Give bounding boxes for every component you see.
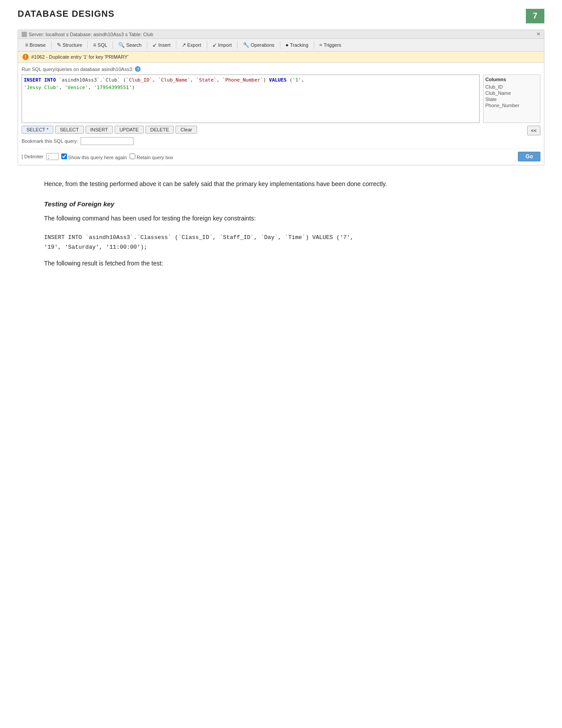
export-button[interactable]: ↗ Export [178, 41, 205, 49]
column-club-id[interactable]: Club_ID [485, 84, 538, 90]
browse-button[interactable]: ≡ Browse [22, 41, 49, 49]
separator [237, 41, 238, 49]
delete-button[interactable]: DELETE [145, 126, 174, 134]
columns-list-panel: Columns Club_ID Club_Name State Phone_Nu… [483, 75, 540, 123]
column-state[interactable]: State [485, 96, 538, 102]
update-button[interactable]: UPDATE [115, 126, 144, 134]
close-button[interactable]: ✕ [536, 31, 540, 37]
titlebar-left: Server: localhost s Database: asindh10As… [22, 32, 153, 37]
search-label: Search [126, 42, 141, 48]
db-icon [22, 32, 27, 37]
pma-footer: [ Delimiter Show this query here again R… [22, 149, 540, 161]
tracking-button[interactable]: ● Tracking [282, 41, 312, 49]
error-text: #1062 - Duplicate entry '1' for key 'PRI… [31, 54, 128, 60]
separator [87, 41, 88, 49]
separator [112, 41, 113, 49]
separator [51, 41, 52, 49]
search-icon: 🔍 [118, 42, 125, 48]
paragraph-1: Hence, from the testing performed above … [44, 179, 518, 190]
separator [147, 41, 147, 49]
column-club-name[interactable]: Club_Name [485, 90, 538, 96]
triggers-button[interactable]: ≈ Triggers [316, 41, 345, 49]
separator [176, 41, 176, 49]
columns-list: Club_ID Club_Name State Phone_Number [485, 84, 538, 108]
bookmark-label: Bookmark this SQL query: [22, 138, 78, 144]
columns-panel: Columns Club_ID Club_Name State Phone_Nu… [483, 75, 540, 145]
show-query-checkbox[interactable] [61, 153, 67, 159]
show-query-label: Show this query here again [68, 155, 127, 160]
paragraph-2: The following command has been used for … [44, 213, 518, 224]
tracking-icon: ● [286, 42, 289, 48]
structure-label: Structure [63, 42, 82, 48]
sql-button-row: SELECT * SELECT INSERT UPDATE DELETE Cle… [22, 126, 480, 134]
operations-label: Operations [251, 42, 275, 48]
browse-icon: ≡ [25, 42, 28, 48]
pma-body: Run SQL query/queries on database asindh… [18, 63, 544, 165]
insert-icon: ↙ [153, 42, 157, 48]
select-button[interactable]: SELECT [55, 126, 84, 134]
insert-label: Insert [158, 42, 171, 48]
operations-icon: 🔧 [243, 42, 249, 48]
search-button[interactable]: 🔍 Search [115, 41, 145, 49]
sql-left-panel: INSERT INTO `asindh10Ass3`.`Club` (`Club… [22, 75, 480, 145]
error-icon: ! [22, 54, 29, 60]
separator [314, 41, 314, 49]
section-heading: Testing of Foreign key [44, 200, 518, 208]
bookmark-input[interactable] [81, 137, 134, 145]
code-block-1: INSERT INTO `asindh10Ass3`.`Classess` (`… [44, 233, 518, 252]
select-star-button[interactable]: SELECT * [22, 126, 53, 134]
import-icon: ↙ [212, 42, 217, 48]
sql-button[interactable]: ≡ SQL [89, 41, 111, 49]
import-label: Import [218, 42, 232, 48]
go-button[interactable]: Go [518, 152, 540, 161]
operations-button[interactable]: 🔧 Operations [239, 41, 278, 49]
column-phone-number[interactable]: Phone_Number [485, 102, 538, 108]
titlebar-text: Server: localhost s Database: asindh10As… [29, 32, 153, 37]
help-icon[interactable]: ? [135, 66, 141, 72]
browse-label: Browse [30, 42, 46, 48]
structure-icon: ✎ [57, 42, 61, 48]
retain-query-checkbox-label: Retain query box [130, 153, 173, 160]
show-query-checkbox-label: Show this query here again [61, 153, 127, 160]
sql-panel-label: Run SQL query/queries on database asindh… [22, 66, 540, 72]
code-line-1: INSERT INTO `asindh10Ass3`.`Classess` (`… [44, 233, 518, 243]
sql-query-box[interactable]: INSERT INTO `asindh10Ass3`.`Club` (`Club… [22, 75, 480, 123]
structure-button[interactable]: ✎ Structure [53, 41, 86, 49]
sql-label: SQL [97, 42, 107, 48]
page-header: 7 DATABASE DESIGNS [18, 9, 544, 19]
page-title: DATABASE DESIGNS [18, 9, 544, 19]
footer-left: [ Delimiter Show this query here again R… [22, 153, 173, 160]
pma-toolbar: ≡ Browse ✎ Structure ≡ SQL 🔍 Search ↙ In… [18, 39, 544, 52]
tracking-label: Tracking [290, 42, 309, 48]
triggers-icon: ≈ [320, 42, 323, 48]
export-label: Export [187, 42, 201, 48]
retain-query-checkbox[interactable] [130, 153, 135, 159]
import-button[interactable]: ↙ Import [209, 41, 235, 49]
separator [207, 41, 207, 49]
error-bar: ! #1062 - Duplicate entry '1' for key 'P… [18, 52, 544, 63]
retain-query-label: Retain query box [137, 155, 173, 160]
phpmyadmin-panel: Server: localhost s Database: asindh10As… [18, 30, 544, 165]
clear-button[interactable]: Clear [175, 126, 197, 134]
sql-label-text: Run SQL query/queries on database asindh… [22, 67, 133, 72]
export-icon: ↗ [182, 42, 186, 48]
sql-main-area: INSERT INTO `asindh10Ass3`.`Club` (`Club… [22, 75, 540, 145]
sql-icon: ≡ [93, 42, 96, 48]
separator [280, 41, 280, 49]
columns-title: Columns [485, 77, 538, 82]
code-line-2: '19', 'Saturday', '11:00:00'); [44, 243, 518, 252]
delimiter-input[interactable] [46, 153, 59, 160]
insert-button[interactable]: ↙ Insert [149, 41, 174, 49]
collapse-button[interactable]: << [527, 126, 540, 135]
bookmark-row: Bookmark this SQL query: [22, 137, 480, 145]
paragraph-3: The following result is fetched from the… [44, 258, 518, 269]
pma-titlebar: Server: localhost s Database: asindh10As… [18, 30, 544, 39]
page-number: 7 [526, 9, 544, 23]
delimiter-label: [ Delimiter [22, 154, 44, 159]
triggers-label: Triggers [324, 42, 341, 48]
insert-sql-button[interactable]: INSERT [86, 126, 113, 134]
